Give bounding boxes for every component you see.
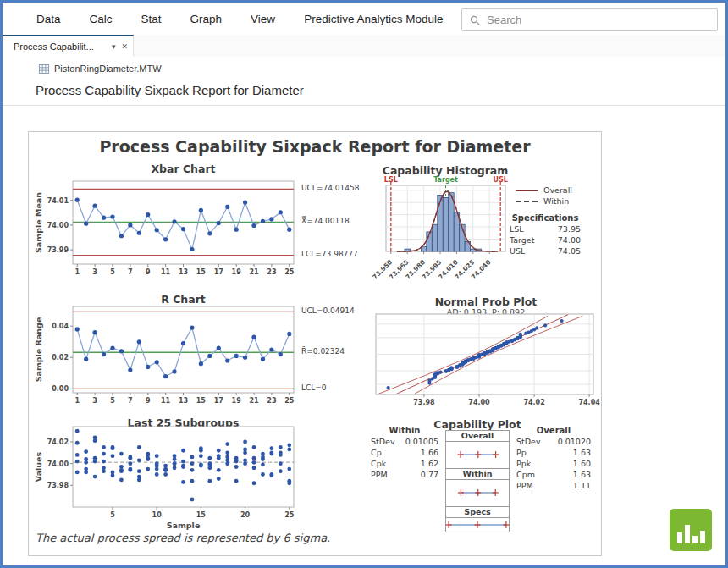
search-icon (470, 15, 480, 25)
report-title: Process Capability Sixpack Report for Di… (29, 137, 601, 156)
svg-text:74.00: 74.00 (47, 460, 69, 468)
legend-overall-label: Overall (543, 185, 572, 195)
overall-ppm-label: PPM (516, 480, 533, 491)
menu-item-stat[interactable]: Stat (141, 13, 162, 25)
spec-target-label: Target (510, 234, 534, 245)
app-window: Data Calc Stat Graph View Predictive Ana… (0, 0, 728, 568)
overall-pp-value: 1.63 (573, 447, 591, 458)
svg-text:19: 19 (232, 268, 242, 276)
worksheet-name: PistonRingDiameter.MTW (54, 63, 162, 74)
svg-text:73.98: 73.98 (413, 399, 435, 406)
normal-prob-plot-title: Normal Prob Plot (376, 295, 596, 308)
within-stats-title: Within (371, 425, 438, 436)
svg-text:74.02: 74.02 (523, 399, 544, 406)
svg-text:21: 21 (249, 268, 259, 276)
svg-text:11: 11 (161, 268, 171, 276)
svg-text:0.00: 0.00 (52, 385, 69, 393)
overall-cpm-value: 1.63 (573, 469, 591, 480)
svg-text:0.04: 0.04 (52, 323, 69, 330)
worksheet-row[interactable]: PistonRingDiameter.MTW (3, 60, 725, 77)
within-line-sample (516, 201, 538, 202)
svg-text:1: 1 (74, 397, 80, 405)
svg-text:15: 15 (196, 397, 207, 405)
xbar-lcl-label: LCL=73.98777 (301, 250, 358, 258)
within-cp-value: 1.66 (421, 447, 438, 458)
spec-usl-value: 74.05 (558, 245, 581, 256)
svg-text:3: 3 (92, 397, 97, 405)
svg-text:5: 5 (110, 397, 115, 405)
worksheet-grid-icon (39, 64, 49, 74)
svg-text:21: 21 (249, 397, 259, 405)
svg-text:Sample Mean: Sample Mean (34, 192, 43, 253)
chevron-down-icon[interactable]: ▾ (112, 42, 116, 51)
menu-item-calc[interactable]: Calc (90, 13, 113, 25)
specifications-block: Specifications LSL73.95 Target74.00 USL7… (510, 212, 581, 256)
xbar-ucl-label: UCL=74.01458 (301, 184, 359, 192)
overall-ppk-value: 1.60 (573, 458, 591, 469)
histogram-legend: Overall Within (516, 185, 572, 207)
svg-text:Specs: Specs (464, 507, 491, 516)
spec-target-value: 74.00 (558, 234, 581, 245)
divider (3, 105, 725, 106)
menu-item-view[interactable]: View (251, 13, 275, 25)
logo-bar (677, 532, 682, 543)
search-input[interactable] (485, 13, 717, 27)
capability-histogram-chart: LSLTargetUSL73.95073.96573.98073.99574.0… (367, 174, 516, 287)
svg-text:73.98: 73.98 (47, 482, 69, 489)
svg-text:13: 13 (179, 397, 188, 405)
r-ucl-label: UCL=0.04914 (301, 306, 355, 315)
within-ppm-label: PPM (371, 469, 388, 480)
menu-item-predictive-analytics-module[interactable]: Predictive Analytics Module (304, 13, 443, 25)
svg-text:7: 7 (128, 397, 133, 405)
within-stdev-value: 0.01005 (405, 436, 438, 447)
overall-cpm-label: Cpm (516, 469, 535, 480)
svg-text:Values: Values (34, 451, 43, 482)
menu-item-data[interactable]: Data (36, 13, 61, 25)
svg-text:74.04: 74.04 (578, 399, 600, 406)
within-cp-label: Cp (371, 447, 382, 458)
logo-bar (685, 525, 690, 543)
svg-text:1: 1 (74, 268, 80, 276)
within-cpk-label: Cpk (371, 458, 386, 469)
within-cpk-value: 1.62 (421, 458, 438, 469)
overall-stdev-label: StDev (516, 436, 541, 447)
svg-text:Sample: Sample (167, 521, 201, 530)
r-chart: 0.000.020.04135791113151719212325Sample … (30, 303, 327, 413)
svg-text:9: 9 (146, 268, 151, 276)
svg-text:20: 20 (240, 511, 251, 519)
overall-stats-title: Overall (516, 425, 591, 436)
svg-text:25: 25 (284, 511, 295, 519)
close-icon[interactable]: ✕ (121, 42, 128, 51)
report-canvas[interactable]: Process Capability Sixpack Report for Di… (28, 131, 602, 556)
within-ppm-value: 0.77 (421, 469, 438, 480)
tab-process-capability[interactable]: Process Capabilit... ▾ ✕ (3, 35, 134, 57)
page-title: Process Capability Sixpack Report for Di… (3, 77, 725, 105)
xbar-center-label: X̿=74.00118 (301, 217, 350, 225)
svg-text:Sample Range: Sample Range (34, 317, 43, 383)
menu-item-graph[interactable]: Graph (190, 13, 223, 25)
svg-text:17: 17 (214, 397, 223, 405)
svg-text:Within: Within (462, 469, 492, 478)
r-center-label: R̄=0.02324 (301, 347, 345, 356)
svg-text:5: 5 (110, 268, 115, 276)
svg-text:7: 7 (128, 268, 133, 276)
svg-text:73.99: 73.99 (47, 246, 69, 254)
svg-text:74.00: 74.00 (468, 399, 490, 406)
svg-text:17: 17 (214, 268, 223, 276)
within-stdev-label: StDev (371, 436, 395, 447)
svg-text:USL: USL (493, 176, 507, 184)
svg-text:23: 23 (267, 268, 276, 276)
svg-text:15: 15 (196, 268, 207, 276)
svg-text:74.01: 74.01 (47, 197, 69, 205)
overall-stats-block: Overall StDev0.01020 Pp1.63 Ppk1.60 Cpm1… (516, 425, 591, 491)
logo-bar (700, 531, 705, 543)
svg-text:9: 9 (146, 397, 151, 405)
tab-bar: Process Capabilit... ▾ ✕ (3, 35, 725, 57)
svg-text:3: 3 (92, 268, 97, 276)
svg-text:5: 5 (110, 511, 115, 519)
svg-text:15: 15 (196, 511, 207, 519)
legend-within-label: Within (543, 196, 569, 206)
overall-ppm-value: 1.11 (573, 480, 591, 491)
search-box[interactable] (461, 8, 718, 31)
svg-text:74.02: 74.02 (47, 438, 69, 446)
